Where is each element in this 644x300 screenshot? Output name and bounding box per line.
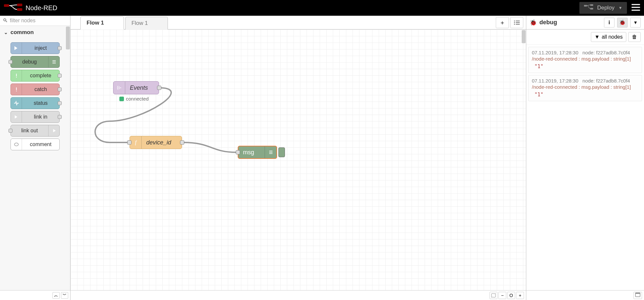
node-port[interactable] (58, 46, 62, 50)
debug-message-list[interactable]: 07.11.2019, 17:28:30 node: f227adb8.7c0f… (526, 45, 644, 290)
sidebar-panel: 🐞 debug i 🐞 ▾ ▼ all nodes 🗑 07.11.2019, … (526, 16, 644, 300)
header-bar: Node-RED Deploy ▼ (0, 0, 644, 16)
app-title: Node-RED (26, 4, 57, 12)
scrollbar[interactable] (522, 30, 526, 43)
svg-point-17 (514, 24, 515, 25)
function-icon: f (130, 136, 142, 149)
status-icon (11, 98, 22, 109)
node-red-logo-icon (4, 4, 22, 12)
caret-down-icon: ▼ (618, 6, 622, 10)
debug-message[interactable]: 07.11.2019, 17:28:30 node: f227adb8.7c0f… (528, 47, 642, 73)
scrollbar[interactable] (66, 27, 70, 49)
alert-icon (11, 70, 22, 81)
svg-text:f: f (135, 140, 137, 145)
palette-filter-input[interactable] (10, 18, 68, 24)
debug-tab-button[interactable]: 🐞 (617, 18, 628, 28)
node-label: msg (238, 149, 265, 156)
node-port[interactable] (58, 87, 62, 91)
svg-point-12 (14, 143, 18, 146)
palette-node-complete[interactable]: complete (10, 70, 60, 82)
trash-icon: 🗑 (632, 34, 637, 40)
flow-tab-2[interactable]: Flow 1 (125, 17, 168, 29)
svg-rect-7 (632, 7, 640, 8)
node-port[interactable] (58, 74, 62, 78)
status-dot-icon (119, 97, 124, 101)
node-port[interactable] (236, 150, 240, 155)
svg-rect-8 (632, 9, 640, 10)
zoom-in-button[interactable]: + (516, 292, 524, 299)
search-icon: 🔍︎ (3, 18, 8, 24)
svg-rect-0 (4, 4, 9, 7)
info-tab-button[interactable]: i (604, 18, 614, 28)
flow-node-msg[interactable]: msg (238, 146, 277, 159)
sidebar-title: debug (539, 19, 601, 26)
svg-point-13 (514, 20, 515, 21)
svg-rect-16 (516, 22, 520, 23)
open-debug-window-button[interactable] (634, 292, 642, 299)
zoom-reset-button[interactable]: O (507, 292, 515, 299)
flow-tab-1[interactable]: Flow 1 (80, 16, 124, 29)
node-label: device_id (142, 139, 182, 146)
palette-expand-button[interactable]: ︾ (61, 292, 68, 299)
deploy-label: Deploy (597, 5, 614, 11)
palette-node-status[interactable]: status (10, 97, 60, 109)
debug-filter-button[interactable]: ▼ all nodes (591, 32, 626, 42)
palette-node-catch[interactable]: catch (10, 84, 60, 95)
node-port[interactable] (180, 141, 184, 145)
svg-rect-18 (516, 24, 520, 25)
navigator-button[interactable] (490, 292, 497, 299)
bug-icon: 🐞 (530, 19, 537, 26)
svg-rect-25 (635, 293, 640, 294)
add-flow-button[interactable]: ＋ (496, 17, 509, 28)
svg-point-19 (120, 87, 121, 88)
svg-point-15 (514, 22, 515, 23)
list-flows-button[interactable] (510, 17, 523, 28)
workspace-panel: Flow 1 Flow 1 ＋ (70, 16, 526, 300)
debug-message[interactable]: 07.11.2019, 17:28:30 node: f227adb8.7c0f… (528, 75, 642, 101)
alert-icon (11, 84, 22, 95)
palette-category-common[interactable]: ⌄ common (0, 26, 70, 39)
comment-icon (11, 139, 22, 150)
sidebar-menu-button[interactable]: ▾ (630, 18, 641, 28)
workspace-tabs: Flow 1 Flow 1 ＋ (70, 16, 526, 29)
svg-rect-6 (632, 4, 640, 5)
debug-toggle-button[interactable] (278, 147, 285, 157)
node-port[interactable] (9, 129, 12, 133)
node-label: Events (125, 84, 159, 91)
palette-node-debug[interactable]: debug (10, 56, 60, 68)
deploy-icon (584, 4, 593, 12)
events-icon (113, 82, 125, 94)
palette-node-link-out[interactable]: link out (10, 125, 60, 137)
palette-node-inject[interactable]: inject (10, 42, 60, 54)
link-out-icon (48, 125, 59, 136)
filter-icon: ▼ (594, 34, 600, 40)
node-port[interactable] (9, 60, 12, 64)
chevron-down-icon: ⌄ (4, 30, 8, 35)
palette-category-label: common (10, 29, 34, 36)
svg-rect-14 (516, 21, 520, 21)
link-in-icon (11, 111, 22, 122)
palette-panel: 🔍︎ ⌄ common inject debug (0, 16, 70, 300)
svg-rect-4 (590, 4, 593, 6)
svg-rect-2 (17, 8, 22, 11)
svg-rect-3 (584, 5, 587, 7)
node-port[interactable] (127, 141, 131, 145)
palette-collapse-button[interactable]: ︽ (52, 292, 60, 299)
node-port[interactable] (58, 115, 62, 119)
debug-icon (265, 146, 276, 158)
node-port[interactable] (58, 101, 62, 105)
palette-node-link-in[interactable]: link in (10, 111, 60, 123)
debug-icon (48, 56, 59, 67)
workspace-canvas[interactable]: Events connected f device_id (70, 29, 526, 290)
zoom-out-button[interactable]: − (498, 292, 506, 299)
node-status: connected (119, 96, 149, 102)
flow-node-events[interactable]: Events connected (113, 81, 159, 94)
node-port[interactable] (157, 86, 161, 90)
palette-node-comment[interactable]: comment (10, 139, 60, 150)
main-menu-button[interactable] (632, 4, 640, 12)
svg-rect-1 (17, 4, 22, 6)
inject-icon (11, 43, 22, 54)
flow-node-device-id[interactable]: f device_id (130, 136, 182, 149)
debug-clear-button[interactable]: 🗑 (628, 32, 641, 42)
deploy-button[interactable]: Deploy ▼ (579, 2, 627, 14)
